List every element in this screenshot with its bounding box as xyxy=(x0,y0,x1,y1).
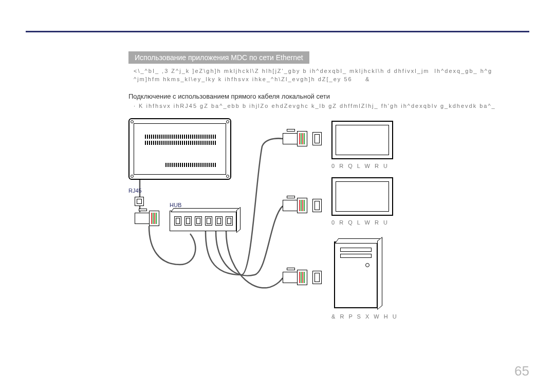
computer-tower-icon xyxy=(334,241,378,308)
rj45-plug-icon xyxy=(135,211,159,226)
subheading: Подключение с использованием прямого каб… xyxy=(128,92,330,100)
monitor-icon xyxy=(331,177,393,216)
section-title: Использование приложения MDC по сети Eth… xyxy=(128,51,309,64)
hub-label: HUB xyxy=(170,202,181,208)
network-hub-icon xyxy=(170,211,236,231)
top-rule xyxy=(26,31,529,32)
lan-jack-icon xyxy=(312,199,322,212)
monitor-label: 0 R Q L W R U xyxy=(331,219,389,226)
rj45-plug-icon xyxy=(283,198,307,213)
rj45-label: RJ45 xyxy=(128,188,142,194)
lan-jack-icon xyxy=(312,271,322,284)
source-device-panel xyxy=(128,118,231,180)
monitor-icon xyxy=(331,121,393,159)
rj45-port-icon xyxy=(135,197,144,206)
rj45-plug-icon xyxy=(283,270,307,285)
connection-diagram: RJ45 HUB 0 R Q L W R U 0 R Q L W R U & R… xyxy=(128,116,437,331)
lan-jack-icon xyxy=(312,132,322,145)
note-text: · K ihfhsvx ihRJ45 gZ ba^_ebb b ihjlZo e… xyxy=(134,103,496,109)
body-text-line-1: <\_^bI_ ,3 Z^j_k ]eZ\gh]h mkljhckl\Z hlh… xyxy=(134,67,492,76)
body-text-line-2: ^jm]hfm hkms_kl\ey_lky k ihfhsvx ihke_^h… xyxy=(134,75,370,84)
page-number: 65 xyxy=(514,363,529,379)
monitor-label: 0 R Q L W R U xyxy=(331,163,389,169)
rj45-plug-icon xyxy=(283,131,307,146)
computer-label: & R P S X W H U xyxy=(331,313,398,320)
